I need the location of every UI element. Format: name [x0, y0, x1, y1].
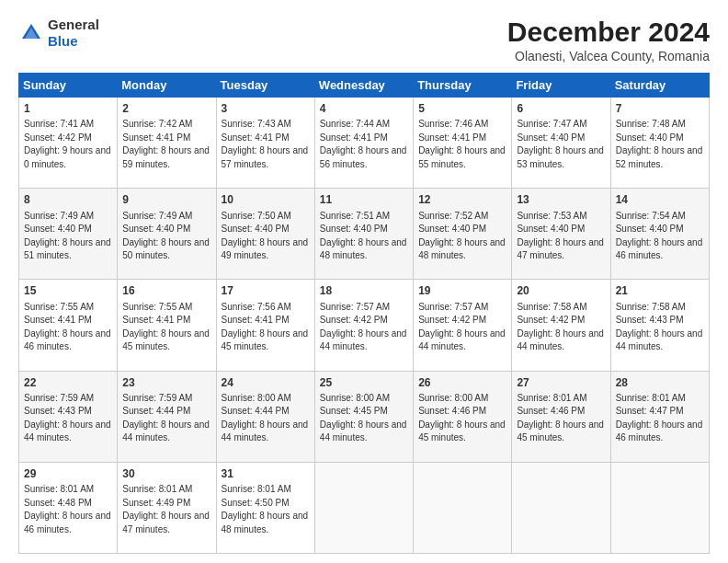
sunset-text: Sunset: 4:49 PM: [122, 498, 190, 508]
calendar-day-cell: 25Sunrise: 8:00 AMSunset: 4:45 PMDayligh…: [314, 371, 413, 462]
calendar-week-row: 29Sunrise: 8:01 AMSunset: 4:48 PMDayligh…: [19, 462, 710, 553]
day-number: 8: [24, 192, 112, 208]
calendar-table: SundayMondayTuesdayWednesdayThursdayFrid…: [18, 73, 710, 554]
daylight-text: Daylight: 8 hours and 46 minutes.: [24, 511, 111, 534]
sunset-text: Sunset: 4:45 PM: [320, 406, 388, 416]
day-number: 9: [122, 192, 210, 208]
title-block: December 2024 Olanesti, Valcea County, R…: [507, 17, 710, 63]
calendar-day-cell: 1Sunrise: 7:41 AMSunset: 4:42 PMDaylight…: [19, 98, 118, 189]
sunrise-text: Sunrise: 8:01 AM: [122, 484, 192, 494]
sunset-text: Sunset: 4:41 PM: [122, 315, 190, 325]
sunrise-text: Sunrise: 7:49 AM: [122, 211, 192, 221]
calendar-header-cell: Sunday: [19, 74, 118, 98]
daylight-text: Daylight: 8 hours and 44 minutes.: [418, 328, 506, 352]
month-title: December 2024: [507, 17, 710, 47]
sunrise-text: Sunrise: 7:48 AM: [616, 119, 686, 129]
day-number: 11: [320, 192, 408, 208]
daylight-text: Daylight: 8 hours and 52 minutes.: [616, 145, 703, 169]
day-number: 12: [418, 192, 506, 208]
calendar-day-cell: 5Sunrise: 7:46 AMSunset: 4:41 PMDaylight…: [414, 98, 512, 189]
calendar-week-row: 22Sunrise: 7:59 AMSunset: 4:43 PMDayligh…: [19, 371, 710, 462]
calendar-day-cell: 15Sunrise: 7:55 AMSunset: 4:41 PMDayligh…: [19, 280, 118, 371]
daylight-text: Daylight: 8 hours and 46 minutes.: [24, 328, 111, 352]
calendar-day-cell: 29Sunrise: 8:01 AMSunset: 4:48 PMDayligh…: [19, 462, 118, 553]
sunset-text: Sunset: 4:41 PM: [24, 315, 92, 325]
day-number: 1: [24, 101, 112, 117]
sunrise-text: Sunrise: 7:55 AM: [24, 302, 94, 312]
calendar-day-cell: 24Sunrise: 8:00 AMSunset: 4:44 PMDayligh…: [216, 371, 314, 462]
daylight-text: Daylight: 8 hours and 46 minutes.: [616, 419, 703, 443]
sunrise-text: Sunrise: 7:59 AM: [24, 393, 94, 403]
day-number: 17: [222, 283, 310, 299]
calendar-day-cell: 11Sunrise: 7:51 AMSunset: 4:40 PMDayligh…: [314, 189, 413, 280]
sunrise-text: Sunrise: 7:49 AM: [24, 211, 94, 221]
logo-general: General: [48, 17, 99, 32]
sunrise-text: Sunrise: 7:57 AM: [418, 302, 488, 312]
sunset-text: Sunset: 4:44 PM: [122, 406, 190, 416]
sunrise-text: Sunrise: 7:44 AM: [320, 119, 390, 129]
daylight-text: Daylight: 8 hours and 44 minutes.: [320, 419, 407, 443]
sunrise-text: Sunrise: 8:00 AM: [418, 393, 488, 403]
day-number: 3: [222, 101, 310, 117]
sunset-text: Sunset: 4:40 PM: [24, 224, 92, 234]
calendar-header-cell: Saturday: [610, 74, 709, 98]
calendar-day-cell: 17Sunrise: 7:56 AMSunset: 4:41 PMDayligh…: [216, 280, 314, 371]
calendar-header-row: SundayMondayTuesdayWednesdayThursdayFrid…: [19, 74, 710, 98]
sunset-text: Sunset: 4:40 PM: [616, 224, 684, 234]
day-number: 14: [616, 192, 704, 208]
day-number: 26: [418, 375, 506, 391]
sunset-text: Sunset: 4:47 PM: [616, 406, 684, 416]
calendar-day-cell: 8Sunrise: 7:49 AMSunset: 4:40 PMDaylight…: [19, 189, 118, 280]
daylight-text: Daylight: 8 hours and 56 minutes.: [320, 145, 407, 169]
calendar-week-row: 15Sunrise: 7:55 AMSunset: 4:41 PMDayligh…: [19, 280, 710, 371]
sunset-text: Sunset: 4:43 PM: [24, 406, 92, 416]
calendar-day-cell: 18Sunrise: 7:57 AMSunset: 4:42 PMDayligh…: [314, 280, 413, 371]
day-number: 21: [616, 283, 704, 299]
sunset-text: Sunset: 4:41 PM: [418, 132, 486, 143]
sunrise-text: Sunrise: 7:58 AM: [616, 302, 686, 312]
daylight-text: Daylight: 8 hours and 45 minutes.: [122, 328, 210, 352]
day-number: 5: [418, 101, 506, 117]
daylight-text: Daylight: 8 hours and 51 minutes.: [24, 237, 111, 261]
calendar-day-cell: 7Sunrise: 7:48 AMSunset: 4:40 PMDaylight…: [610, 98, 709, 189]
calendar-day-cell: 23Sunrise: 7:59 AMSunset: 4:44 PMDayligh…: [118, 371, 216, 462]
day-number: 19: [418, 283, 506, 299]
sunset-text: Sunset: 4:41 PM: [222, 315, 290, 325]
sunset-text: Sunset: 4:40 PM: [616, 132, 684, 143]
sunset-text: Sunset: 4:46 PM: [418, 406, 486, 416]
calendar-day-cell: 19Sunrise: 7:57 AMSunset: 4:42 PMDayligh…: [414, 280, 512, 371]
calendar-day-cell: [414, 462, 512, 553]
sunrise-text: Sunrise: 7:46 AM: [418, 119, 488, 129]
sunset-text: Sunset: 4:42 PM: [320, 315, 388, 325]
day-number: 24: [222, 375, 310, 391]
sunrise-text: Sunrise: 8:01 AM: [24, 484, 94, 494]
daylight-text: Daylight: 8 hours and 50 minutes.: [122, 237, 210, 261]
calendar-header-cell: Tuesday: [216, 74, 314, 98]
day-number: 28: [616, 375, 704, 391]
sunset-text: Sunset: 4:44 PM: [222, 406, 290, 416]
sunrise-text: Sunrise: 7:41 AM: [24, 119, 94, 129]
day-number: 23: [122, 375, 210, 391]
day-number: 4: [320, 101, 408, 117]
sunrise-text: Sunrise: 8:00 AM: [320, 393, 390, 403]
sunrise-text: Sunrise: 8:01 AM: [517, 393, 586, 403]
daylight-text: Daylight: 8 hours and 55 minutes.: [418, 145, 506, 169]
daylight-text: Daylight: 8 hours and 53 minutes.: [517, 145, 604, 169]
sunrise-text: Sunrise: 7:51 AM: [320, 211, 390, 221]
calendar-day-cell: 3Sunrise: 7:43 AMSunset: 4:41 PMDaylight…: [216, 98, 314, 189]
day-number: 25: [320, 375, 408, 391]
calendar-day-cell: 27Sunrise: 8:01 AMSunset: 4:46 PMDayligh…: [512, 371, 610, 462]
calendar-day-cell: 12Sunrise: 7:52 AMSunset: 4:40 PMDayligh…: [414, 189, 512, 280]
daylight-text: Daylight: 8 hours and 47 minutes.: [122, 511, 210, 534]
day-number: 7: [616, 101, 704, 117]
day-number: 15: [24, 283, 112, 299]
sunset-text: Sunset: 4:40 PM: [222, 224, 290, 234]
day-number: 2: [122, 101, 210, 117]
day-number: 22: [24, 375, 112, 391]
sunset-text: Sunset: 4:50 PM: [222, 498, 290, 508]
sunrise-text: Sunrise: 7:50 AM: [222, 211, 291, 221]
sunrise-text: Sunrise: 7:52 AM: [418, 211, 488, 221]
sunset-text: Sunset: 4:42 PM: [418, 315, 486, 325]
calendar-week-row: 1Sunrise: 7:41 AMSunset: 4:42 PMDaylight…: [19, 98, 710, 189]
calendar-day-cell: 30Sunrise: 8:01 AMSunset: 4:49 PMDayligh…: [118, 462, 216, 553]
